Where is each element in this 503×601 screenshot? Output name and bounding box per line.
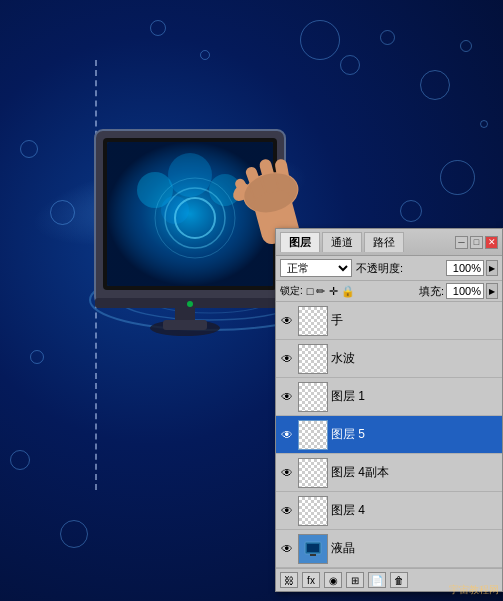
fx-button[interactable]: fx xyxy=(302,572,320,588)
layers-panel: 图层 通道 路径 ─ □ ✕ 正常 溶解 不透明度: ▶ 锁定: □ ✏ ✛ 🔒… xyxy=(275,228,503,592)
new-group-button[interactable]: ⊞ xyxy=(346,572,364,588)
bubble xyxy=(480,120,488,128)
thumb-lcd xyxy=(298,534,328,564)
fill-arrow[interactable]: ▶ xyxy=(486,283,498,299)
thumb-checker xyxy=(299,459,327,487)
layer-name-1: 图层 1 xyxy=(331,388,499,405)
tab-paths[interactable]: 路径 xyxy=(364,232,404,252)
thumb-checker xyxy=(299,383,327,411)
bubble xyxy=(200,50,210,60)
svg-rect-28 xyxy=(307,544,319,552)
opacity-arrow[interactable]: ▶ xyxy=(486,260,498,276)
minimize-button[interactable]: ─ xyxy=(455,236,468,249)
blend-opacity-row: 正常 溶解 不透明度: ▶ xyxy=(276,256,502,281)
lock-row: 锁定: □ ✏ ✛ 🔒 填充: ▶ xyxy=(276,281,502,302)
lock-icons: □ ✏ ✛ 🔒 xyxy=(307,285,355,298)
eye-icon-hand[interactable]: 👁 xyxy=(279,313,295,329)
link-button[interactable]: ⛓ xyxy=(280,572,298,588)
panel-tabs: 图层 通道 路径 xyxy=(280,232,449,252)
thumb-hand xyxy=(298,306,328,336)
bubble xyxy=(380,30,395,45)
delete-button[interactable]: 🗑 xyxy=(390,572,408,588)
thumb-1 xyxy=(298,382,328,412)
layer-name-lcd: 液晶 xyxy=(331,540,499,557)
lock-label: 锁定: xyxy=(280,284,303,298)
layer-name-4copy: 图层 4副本 xyxy=(331,464,499,481)
thumb-ripple xyxy=(298,344,328,374)
svg-rect-29 xyxy=(310,554,316,556)
bubble xyxy=(20,140,38,158)
thumb-4 xyxy=(298,496,328,526)
tab-channels[interactable]: 通道 xyxy=(322,232,362,252)
eye-icon-lcd[interactable]: 👁 xyxy=(279,541,295,557)
thumb-checker xyxy=(299,421,327,449)
eye-icon-1[interactable]: 👁 xyxy=(279,389,295,405)
bubble xyxy=(440,160,475,195)
thumb-4copy xyxy=(298,458,328,488)
bubble xyxy=(60,520,88,548)
layer-name-4: 图层 4 xyxy=(331,502,499,519)
layer-lcd[interactable]: 👁 液晶 xyxy=(276,530,502,568)
maximize-button[interactable]: □ xyxy=(470,236,483,249)
layer-name-ripple: 水波 xyxy=(331,350,499,367)
opacity-input[interactable] xyxy=(446,260,484,276)
svg-rect-5 xyxy=(163,320,207,330)
layer-name-hand: 手 xyxy=(331,312,499,329)
bubble xyxy=(420,70,450,100)
thumb-checker xyxy=(299,307,327,335)
eye-icon-5[interactable]: 👁 xyxy=(279,427,295,443)
layers-list: 👁 手 👁 水波 👁 图层 1 👁 xyxy=(276,302,502,568)
tab-layers[interactable]: 图层 xyxy=(280,232,320,252)
layer-5[interactable]: 👁 图层 5 xyxy=(276,416,502,454)
fill-label: 填充: xyxy=(419,284,444,299)
eye-icon-4[interactable]: 👁 xyxy=(279,503,295,519)
opacity-control: ▶ xyxy=(446,260,498,276)
panel-controls: ─ □ ✕ xyxy=(455,236,498,249)
fill-input[interactable] xyxy=(446,283,484,299)
thumb-5 xyxy=(298,420,328,450)
fill-control: 填充: ▶ xyxy=(419,283,498,299)
new-layer-button[interactable]: 📄 xyxy=(368,572,386,588)
svg-point-18 xyxy=(187,301,193,307)
thumb-icon-lcd xyxy=(299,535,327,563)
bubble xyxy=(300,20,340,60)
panel-titlebar: 图层 通道 路径 ─ □ ✕ xyxy=(276,229,502,256)
bubble xyxy=(10,450,30,470)
layer-4[interactable]: 👁 图层 4 xyxy=(276,492,502,530)
layer-name-5: 图层 5 xyxy=(331,426,499,443)
layer-hand[interactable]: 👁 手 xyxy=(276,302,502,340)
bubble xyxy=(400,200,422,222)
blend-mode-select[interactable]: 正常 溶解 xyxy=(280,259,352,277)
mask-button[interactable]: ◉ xyxy=(324,572,342,588)
bubble xyxy=(30,350,44,364)
eye-icon-4copy[interactable]: 👁 xyxy=(279,465,295,481)
bubble xyxy=(460,40,472,52)
opacity-label: 不透明度: xyxy=(356,261,403,276)
eye-icon-ripple[interactable]: 👁 xyxy=(279,351,295,367)
watermark: 宇宙教程网 xyxy=(449,583,499,597)
layer-1[interactable]: 👁 图层 1 xyxy=(276,378,502,416)
close-button[interactable]: ✕ xyxy=(485,236,498,249)
thumb-checker xyxy=(299,345,327,373)
layer-4copy[interactable]: 👁 图层 4副本 xyxy=(276,454,502,492)
layer-ripple[interactable]: 👁 水波 xyxy=(276,340,502,378)
bubble xyxy=(150,20,166,36)
thumb-checker xyxy=(299,497,327,525)
